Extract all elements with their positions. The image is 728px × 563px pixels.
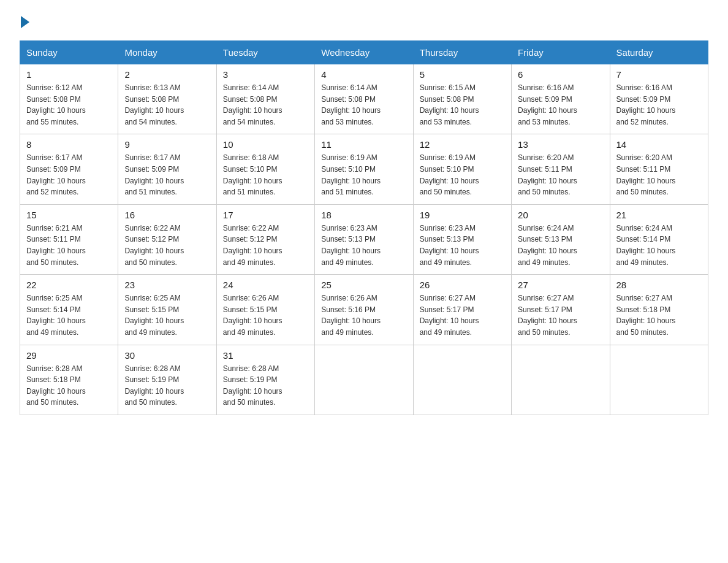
day-number: 2 xyxy=(124,69,210,80)
day-number: 7 xyxy=(616,69,702,80)
day-number: 30 xyxy=(124,350,210,361)
day-number: 5 xyxy=(420,69,505,80)
calendar-cell: 16Sunrise: 6:22 AMSunset: 5:12 PMDayligh… xyxy=(118,204,216,274)
day-number: 29 xyxy=(26,350,112,361)
day-number: 3 xyxy=(223,69,308,80)
calendar-table: SundayMondayTuesdayWednesdayThursdayFrid… xyxy=(20,40,708,415)
day-info: Sunrise: 6:27 AMSunset: 5:18 PMDaylight:… xyxy=(616,293,702,338)
calendar-cell: 1Sunrise: 6:12 AMSunset: 5:08 PMDaylight… xyxy=(20,64,118,134)
day-number: 6 xyxy=(518,69,603,80)
day-info: Sunrise: 6:25 AMSunset: 5:15 PMDaylight:… xyxy=(124,293,210,338)
col-header-monday: Monday xyxy=(118,41,216,64)
col-header-wednesday: Wednesday xyxy=(315,41,413,64)
day-info: Sunrise: 6:20 AMSunset: 5:11 PMDaylight:… xyxy=(616,152,702,197)
calendar-cell: 3Sunrise: 6:14 AMSunset: 5:08 PMDaylight… xyxy=(216,64,314,134)
calendar-cell: 13Sunrise: 6:20 AMSunset: 5:11 PMDayligh… xyxy=(512,134,610,204)
calendar-cell: 18Sunrise: 6:23 AMSunset: 5:13 PMDayligh… xyxy=(315,204,413,274)
day-info: Sunrise: 6:15 AMSunset: 5:08 PMDaylight:… xyxy=(420,82,505,128)
day-number: 9 xyxy=(124,139,210,150)
day-number: 25 xyxy=(321,280,406,290)
col-header-saturday: Saturday xyxy=(610,41,708,64)
day-info: Sunrise: 6:28 AMSunset: 5:18 PMDaylight:… xyxy=(26,363,112,408)
col-header-tuesday: Tuesday xyxy=(216,41,314,64)
calendar-cell: 31Sunrise: 6:28 AMSunset: 5:19 PMDayligh… xyxy=(216,345,314,415)
day-info: Sunrise: 6:22 AMSunset: 5:12 PMDaylight:… xyxy=(124,223,210,268)
calendar-cell xyxy=(610,345,708,415)
day-info: Sunrise: 6:23 AMSunset: 5:13 PMDaylight:… xyxy=(420,223,505,268)
calendar-cell: 22Sunrise: 6:25 AMSunset: 5:14 PMDayligh… xyxy=(20,275,118,345)
col-header-thursday: Thursday xyxy=(413,41,511,64)
week-row-2: 8Sunrise: 6:17 AMSunset: 5:09 PMDaylight… xyxy=(20,134,708,204)
day-number: 11 xyxy=(321,139,406,150)
calendar-cell: 23Sunrise: 6:25 AMSunset: 5:15 PMDayligh… xyxy=(118,275,216,345)
day-info: Sunrise: 6:24 AMSunset: 5:13 PMDaylight:… xyxy=(518,223,603,268)
calendar-cell: 28Sunrise: 6:27 AMSunset: 5:18 PMDayligh… xyxy=(610,275,708,345)
day-number: 13 xyxy=(518,139,603,150)
calendar-cell: 14Sunrise: 6:20 AMSunset: 5:11 PMDayligh… xyxy=(610,134,708,204)
calendar-cell: 9Sunrise: 6:17 AMSunset: 5:09 PMDaylight… xyxy=(118,134,216,204)
day-number: 31 xyxy=(223,350,308,361)
day-info: Sunrise: 6:12 AMSunset: 5:08 PMDaylight:… xyxy=(26,82,112,128)
calendar-cell: 17Sunrise: 6:22 AMSunset: 5:12 PMDayligh… xyxy=(216,204,314,274)
calendar-cell: 6Sunrise: 6:16 AMSunset: 5:09 PMDaylight… xyxy=(512,64,610,134)
day-number: 24 xyxy=(223,280,308,290)
logo-arrow-icon xyxy=(21,16,29,28)
calendar-cell xyxy=(413,345,511,415)
calendar-cell: 7Sunrise: 6:16 AMSunset: 5:09 PMDaylight… xyxy=(610,64,708,134)
day-info: Sunrise: 6:13 AMSunset: 5:08 PMDaylight:… xyxy=(124,82,210,128)
calendar-cell: 10Sunrise: 6:18 AMSunset: 5:10 PMDayligh… xyxy=(216,134,314,204)
day-info: Sunrise: 6:17 AMSunset: 5:09 PMDaylight:… xyxy=(124,152,210,197)
day-info: Sunrise: 6:19 AMSunset: 5:10 PMDaylight:… xyxy=(420,152,505,197)
calendar-cell: 25Sunrise: 6:26 AMSunset: 5:16 PMDayligh… xyxy=(315,275,413,345)
day-info: Sunrise: 6:23 AMSunset: 5:13 PMDaylight:… xyxy=(321,223,406,268)
day-info: Sunrise: 6:16 AMSunset: 5:09 PMDaylight:… xyxy=(616,82,702,128)
day-info: Sunrise: 6:28 AMSunset: 5:19 PMDaylight:… xyxy=(223,363,308,408)
calendar-body: 1Sunrise: 6:12 AMSunset: 5:08 PMDaylight… xyxy=(20,64,708,415)
day-info: Sunrise: 6:26 AMSunset: 5:15 PMDaylight:… xyxy=(223,293,308,338)
calendar-header: SundayMondayTuesdayWednesdayThursdayFrid… xyxy=(20,41,708,64)
calendar-cell: 19Sunrise: 6:23 AMSunset: 5:13 PMDayligh… xyxy=(413,204,511,274)
day-info: Sunrise: 6:20 AMSunset: 5:11 PMDaylight:… xyxy=(518,152,603,197)
day-info: Sunrise: 6:14 AMSunset: 5:08 PMDaylight:… xyxy=(223,82,308,128)
week-row-5: 29Sunrise: 6:28 AMSunset: 5:18 PMDayligh… xyxy=(20,345,708,415)
day-info: Sunrise: 6:27 AMSunset: 5:17 PMDaylight:… xyxy=(420,293,505,338)
day-number: 28 xyxy=(616,280,702,290)
day-number: 8 xyxy=(26,139,112,150)
day-number: 19 xyxy=(420,210,505,220)
logo xyxy=(20,15,29,28)
day-number: 20 xyxy=(518,210,603,220)
calendar-cell: 20Sunrise: 6:24 AMSunset: 5:13 PMDayligh… xyxy=(512,204,610,274)
day-number: 4 xyxy=(321,69,406,80)
day-number: 26 xyxy=(420,280,505,290)
day-number: 17 xyxy=(223,210,308,220)
calendar-cell: 26Sunrise: 6:27 AMSunset: 5:17 PMDayligh… xyxy=(413,275,511,345)
calendar-cell: 8Sunrise: 6:17 AMSunset: 5:09 PMDaylight… xyxy=(20,134,118,204)
calendar-cell: 30Sunrise: 6:28 AMSunset: 5:19 PMDayligh… xyxy=(118,345,216,415)
day-number: 10 xyxy=(223,139,308,150)
day-number: 18 xyxy=(321,210,406,220)
calendar-cell: 12Sunrise: 6:19 AMSunset: 5:10 PMDayligh… xyxy=(413,134,511,204)
col-header-friday: Friday xyxy=(512,41,610,64)
calendar-cell: 27Sunrise: 6:27 AMSunset: 5:17 PMDayligh… xyxy=(512,275,610,345)
day-number: 16 xyxy=(124,210,210,220)
day-number: 12 xyxy=(420,139,505,150)
day-info: Sunrise: 6:24 AMSunset: 5:14 PMDaylight:… xyxy=(616,223,702,268)
col-header-sunday: Sunday xyxy=(20,41,118,64)
day-info: Sunrise: 6:19 AMSunset: 5:10 PMDaylight:… xyxy=(321,152,406,197)
day-info: Sunrise: 6:21 AMSunset: 5:11 PMDaylight:… xyxy=(26,223,112,268)
day-info: Sunrise: 6:26 AMSunset: 5:16 PMDaylight:… xyxy=(321,293,406,338)
day-info: Sunrise: 6:18 AMSunset: 5:10 PMDaylight:… xyxy=(223,152,308,197)
calendar-cell: 21Sunrise: 6:24 AMSunset: 5:14 PMDayligh… xyxy=(610,204,708,274)
day-number: 15 xyxy=(26,210,112,220)
day-info: Sunrise: 6:14 AMSunset: 5:08 PMDaylight:… xyxy=(321,82,406,128)
day-number: 27 xyxy=(518,280,603,290)
day-number: 23 xyxy=(124,280,210,290)
page-header xyxy=(20,15,708,28)
day-number: 1 xyxy=(26,69,112,80)
calendar-cell: 2Sunrise: 6:13 AMSunset: 5:08 PMDaylight… xyxy=(118,64,216,134)
days-of-week-row: SundayMondayTuesdayWednesdayThursdayFrid… xyxy=(20,41,708,64)
day-info: Sunrise: 6:22 AMSunset: 5:12 PMDaylight:… xyxy=(223,223,308,268)
calendar-cell: 5Sunrise: 6:15 AMSunset: 5:08 PMDaylight… xyxy=(413,64,511,134)
day-info: Sunrise: 6:17 AMSunset: 5:09 PMDaylight:… xyxy=(26,152,112,197)
calendar-cell: 24Sunrise: 6:26 AMSunset: 5:15 PMDayligh… xyxy=(216,275,314,345)
